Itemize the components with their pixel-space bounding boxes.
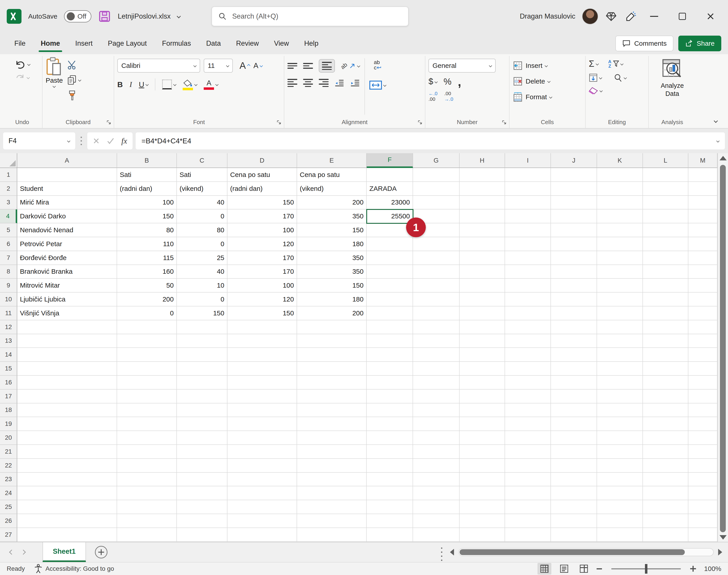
increase-indent-button[interactable]: [350, 79, 360, 87]
row-header-12[interactable]: 12: [0, 320, 17, 334]
cell-I6[interactable]: [505, 237, 551, 251]
cell-L18[interactable]: [643, 403, 688, 417]
cell-C2[interactable]: (vikend): [177, 182, 227, 196]
cell-M7[interactable]: [688, 251, 718, 265]
cell-D16[interactable]: [227, 376, 297, 390]
vertical-scrollbar[interactable]: [718, 153, 728, 542]
cell-G14[interactable]: [413, 348, 460, 362]
cell-H22[interactable]: [460, 459, 505, 473]
cell-F20[interactable]: [367, 431, 413, 445]
cell-D26[interactable]: [227, 514, 297, 528]
zoom-in-button[interactable]: [690, 566, 696, 572]
align-left-button[interactable]: [287, 79, 297, 87]
cell-H9[interactable]: [460, 279, 505, 293]
cell-L7[interactable]: [643, 251, 688, 265]
cell-J4[interactable]: [551, 209, 597, 223]
horizontal-scroll-thumb[interactable]: [460, 549, 685, 555]
row-header-19[interactable]: 19: [0, 417, 17, 431]
cell-G9[interactable]: [413, 279, 460, 293]
horizontal-scrollbar[interactable]: [459, 548, 714, 556]
cell-J1[interactable]: [551, 168, 597, 182]
share-button[interactable]: Share: [678, 36, 721, 51]
cell-F14[interactable]: [367, 348, 413, 362]
cell-H10[interactable]: [460, 293, 505, 306]
close-button[interactable]: [700, 6, 721, 27]
cell-E13[interactable]: [297, 334, 367, 348]
cell-J27[interactable]: [551, 528, 597, 542]
font-color-button[interactable]: A: [204, 79, 218, 90]
italic-button[interactable]: I: [130, 80, 132, 89]
cell-E16[interactable]: [297, 376, 367, 390]
cell-E22[interactable]: [297, 459, 367, 473]
cell-H23[interactable]: [460, 473, 505, 486]
cell-M23[interactable]: [688, 473, 718, 486]
cell-I13[interactable]: [505, 334, 551, 348]
cell-D19[interactable]: [227, 417, 297, 431]
cell-J17[interactable]: [551, 390, 597, 403]
row-header-4[interactable]: 4: [0, 209, 17, 223]
tab-help[interactable]: Help: [297, 32, 326, 54]
col-header-E[interactable]: E: [297, 153, 367, 168]
col-header-L[interactable]: L: [643, 153, 688, 168]
cell-L27[interactable]: [643, 528, 688, 542]
cell-G2[interactable]: [413, 182, 460, 196]
cell-E2[interactable]: (vikend): [297, 182, 367, 196]
cell-K24[interactable]: [597, 486, 643, 500]
cell-F3[interactable]: 23000: [367, 196, 413, 210]
cell-A24[interactable]: [17, 486, 117, 500]
cell-E18[interactable]: [297, 403, 367, 417]
cell-L6[interactable]: [643, 237, 688, 251]
cell-A2[interactable]: Student: [17, 182, 117, 196]
cell-E24[interactable]: [297, 486, 367, 500]
redo-chevron-down-icon[interactable]: [27, 76, 30, 79]
cell-L25[interactable]: [643, 500, 688, 514]
cell-B16[interactable]: [117, 376, 177, 390]
cell-B13[interactable]: [117, 334, 177, 348]
normal-view-button[interactable]: [538, 563, 551, 575]
cell-L9[interactable]: [643, 279, 688, 293]
cancel-icon[interactable]: [93, 137, 100, 144]
cell-L22[interactable]: [643, 459, 688, 473]
row-header-26[interactable]: 26: [0, 514, 17, 528]
cell-C21[interactable]: [177, 445, 227, 459]
tab-file[interactable]: File: [7, 32, 33, 54]
cell-K1[interactable]: [597, 168, 643, 182]
cell-G27[interactable]: [413, 528, 460, 542]
orientation-button[interactable]: ab: [341, 63, 360, 69]
undo-chevron-down-icon[interactable]: [27, 63, 30, 66]
clipboard-dialog-launcher-icon[interactable]: [106, 120, 111, 125]
filename-chevron-down-icon[interactable]: [177, 14, 181, 18]
cell-M1[interactable]: [688, 168, 718, 182]
delete-cells-button[interactable]: Delete: [513, 73, 582, 89]
maximize-button[interactable]: [671, 6, 693, 27]
cell-B2[interactable]: (radni dan): [117, 182, 177, 196]
decrease-indent-button[interactable]: [334, 79, 344, 87]
cell-M6[interactable]: [688, 237, 718, 251]
cell-G17[interactable]: [413, 390, 460, 403]
row-header-1[interactable]: 1: [0, 168, 17, 182]
row-header-17[interactable]: 17: [0, 390, 17, 403]
cell-C18[interactable]: [177, 403, 227, 417]
cell-A27[interactable]: [17, 528, 117, 542]
cell-C9[interactable]: 10: [177, 279, 227, 293]
cell-C12[interactable]: [177, 320, 227, 334]
wrap-text-button[interactable]: ab c: [374, 60, 381, 70]
number-dialog-launcher-icon[interactable]: [502, 120, 507, 125]
cell-I4[interactable]: [505, 209, 551, 223]
cell-F19[interactable]: [367, 417, 413, 431]
copy-button[interactable]: [67, 75, 81, 85]
cell-E10[interactable]: 180: [297, 293, 367, 306]
cell-G20[interactable]: [413, 431, 460, 445]
cell-I16[interactable]: [505, 376, 551, 390]
cell-K6[interactable]: [597, 237, 643, 251]
cell-F18[interactable]: [367, 403, 413, 417]
cell-G15[interactable]: [413, 362, 460, 376]
cell-I17[interactable]: [505, 390, 551, 403]
cell-C25[interactable]: [177, 500, 227, 514]
cell-G26[interactable]: [413, 514, 460, 528]
cell-I24[interactable]: [505, 486, 551, 500]
cell-H3[interactable]: [460, 196, 505, 210]
cell-L15[interactable]: [643, 362, 688, 376]
cell-L23[interactable]: [643, 473, 688, 486]
cell-D18[interactable]: [227, 403, 297, 417]
